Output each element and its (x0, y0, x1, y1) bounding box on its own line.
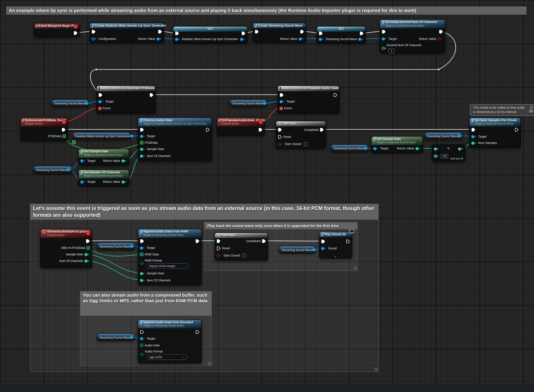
node-get_nc_left[interactable]: ƒGet Number Of ChannelsTarget is Importe… (78, 169, 129, 186)
pin-target-object-icon[interactable] (280, 100, 285, 103)
pin-raw-data[interactable]: RAW Data (140, 252, 159, 257)
node-header[interactable]: 1→Do Once (276, 121, 325, 126)
pin-exec[interactable] (515, 127, 519, 132)
pin-exec-exec-icon[interactable] (149, 93, 153, 97)
pin-16bit-int-pcmdata[interactable]: 16bit Int PCMData (61, 246, 90, 250)
stop-event-icon[interactable] (259, 120, 263, 124)
pin-streaming-sound-wave-object-icon[interactable] (85, 102, 90, 105)
pin-exec-wild-icon[interactable] (434, 154, 439, 158)
pin-reset[interactable]: Reset (278, 135, 291, 139)
node-set_chunk[interactable]: ƒSet Num Samples Per ChunkTarget is Impo… (469, 118, 521, 148)
pin-return-value[interactable]: Return Value (138, 37, 162, 41)
pin-target[interactable]: Target (140, 134, 155, 139)
comment-bubble-icon[interactable] (529, 110, 533, 112)
node-header[interactable]: Bind Event to On Populate Audio State (278, 86, 339, 91)
pin-exec-exec-icon[interactable] (140, 128, 144, 132)
node-header[interactable]: ƒPlay Sound 2D (319, 232, 352, 237)
pin-exec-exec-icon[interactable] (217, 239, 221, 243)
pin-exec[interactable] (62, 127, 66, 132)
pin-exec[interactable] (255, 29, 259, 34)
pin-exec[interactable] (240, 37, 246, 42)
node-header[interactable]: 1→Do Once (215, 233, 268, 238)
pin-exec-exec-icon[interactable] (333, 93, 338, 97)
node-on_generate[interactable]: OnGeneratePCMData_EventCustom EventPCMDa… (20, 118, 68, 141)
dropdown-raw-format[interactable]: Signed 16-bit integer⌄ (146, 263, 189, 269)
pin-target-object-icon[interactable] (382, 37, 387, 40)
pin-return-value-int-icon[interactable] (121, 180, 127, 183)
pin-pcmdata-arrg-icon[interactable] (140, 141, 143, 145)
pin-start-closed[interactable]: Start Closed (278, 142, 308, 146)
pin-streaming-sound-wave-object-icon[interactable] (319, 38, 324, 41)
pin-return-value-object-icon[interactable] (299, 37, 304, 40)
pin-exec-exec-icon[interactable] (278, 128, 282, 132)
pin-pcmdata-arrg-icon[interactable] (62, 135, 66, 138)
pin-exec[interactable]: 100 (434, 154, 448, 158)
pin-exec[interactable] (195, 239, 200, 243)
pin-sample-rate[interactable]: Sample Rate (140, 271, 164, 276)
node-create_ssw[interactable]: ƒCreate Streaming Sound WaveReturn Value (253, 23, 306, 43)
pin-realistic-meta-human-lip-sync-generator[interactable]: Realistic Meta Human Lip Sync Generator (175, 37, 238, 42)
pin-audio-format[interactable] (140, 353, 145, 356)
pin-exec[interactable] (259, 127, 263, 132)
pin-target[interactable]: Target (80, 158, 95, 163)
pin-exec-exec-icon[interactable] (86, 239, 90, 243)
pin-event-delegate-icon[interactable] (280, 107, 283, 110)
node-on_populate[interactable]: OnPopulateAudioState_EventCustom Event (217, 118, 265, 136)
pin-exec[interactable] (358, 37, 364, 42)
pin-return-value-int-icon[interactable] (121, 159, 127, 162)
node-header[interactable]: ƒGet Number Of ChannelsTarget is Importe… (79, 170, 129, 178)
pin-target[interactable]: Target (140, 336, 155, 341)
variable-getter-streaming-sound-wave[interactable]: Streaming Sound Wave (424, 132, 463, 140)
pin-sample-rate[interactable]: Sample Rate (66, 252, 90, 257)
pin-exec-exec-icon[interactable] (140, 330, 144, 334)
pin-exec-wild-icon[interactable] (434, 147, 439, 150)
pin-exec-exec-icon[interactable] (382, 30, 386, 34)
pin-audio-format-enum-icon[interactable] (140, 353, 145, 356)
pin-exec[interactable] (280, 93, 284, 98)
pin-exec-exec-icon[interactable] (346, 239, 350, 244)
node-bind1[interactable]: Bind Event to On Generate PCMDataTargetE… (96, 85, 156, 113)
pin-return-value-int-icon[interactable] (416, 147, 421, 150)
pin-exec[interactable] (471, 127, 476, 132)
pin-exec[interactable] (319, 31, 323, 36)
pin-exec[interactable] (149, 93, 153, 98)
dropdown-audio-format[interactable]: ogg vorbis⌄ (146, 354, 187, 360)
node-get_sr_right[interactable]: ƒGet Sample RateTarget is Imported Sound… (371, 136, 423, 153)
pin-raw-data-arrt-icon[interactable] (140, 253, 143, 256)
pin-target[interactable]: Target (373, 146, 388, 151)
stop-event-icon[interactable] (86, 232, 90, 235)
pin-exec-exec-icon[interactable] (360, 31, 364, 36)
node-header[interactable]: ƒAppend Audio Data From RAWTarget is Str… (138, 229, 201, 238)
pin-exec-exec-icon[interactable] (195, 239, 200, 243)
node-set_initial[interactable]: ƒSet Initial Desired Num Of ChannelsTarg… (380, 19, 445, 53)
pin-completed-exec-icon[interactable] (320, 128, 324, 132)
pin-return-value-object-icon[interactable] (157, 37, 162, 40)
pin-target[interactable]: Target (140, 246, 155, 250)
pin-exec[interactable] (140, 330, 144, 334)
pin-streaming-sound-wave-object-icon[interactable] (364, 147, 370, 150)
pin-return-value-bool-icon[interactable] (438, 37, 443, 40)
checkbox[interactable] (304, 142, 308, 146)
pin-return-value[interactable]: Return Value (103, 180, 127, 184)
pin-return-value[interactable]: Return Value (280, 37, 304, 41)
pin-target[interactable]: Target (80, 180, 95, 184)
pin-num-of-channels[interactable]: Num Of Channels (140, 154, 171, 158)
pin-target[interactable]: Target (471, 134, 487, 139)
pin-exec[interactable] (434, 146, 439, 151)
node-append_enc[interactable]: ƒAppend Audio Data from EncodedTarget is… (138, 319, 202, 363)
pin-streaming-sound-wave-object-icon[interactable] (130, 245, 136, 248)
pin-exec[interactable] (360, 31, 364, 36)
pin-exec[interactable] (92, 29, 96, 34)
pin-exec-exec-icon[interactable] (255, 30, 259, 34)
node-header[interactable]: ƒCreate Streaming Sound Wave (253, 23, 306, 28)
pin-exec-exec-icon[interactable] (158, 30, 162, 34)
node-get_sr_left[interactable]: ƒGet Sample RateTarget is Imported Sound… (78, 149, 129, 166)
pin-exec[interactable] (346, 239, 350, 244)
pin-target[interactable]: Target (98, 99, 113, 104)
pin-sample-rate-int-icon[interactable] (140, 148, 145, 151)
pin-num-of-channels-int-icon[interactable] (140, 154, 145, 158)
pin-completed-exec-icon[interactable] (262, 239, 266, 243)
pin-16bit-int-pcmdata-arrt-icon[interactable] (87, 246, 90, 250)
node-header[interactable]: SET (317, 27, 365, 32)
pin-event[interactable]: Event (98, 106, 110, 111)
